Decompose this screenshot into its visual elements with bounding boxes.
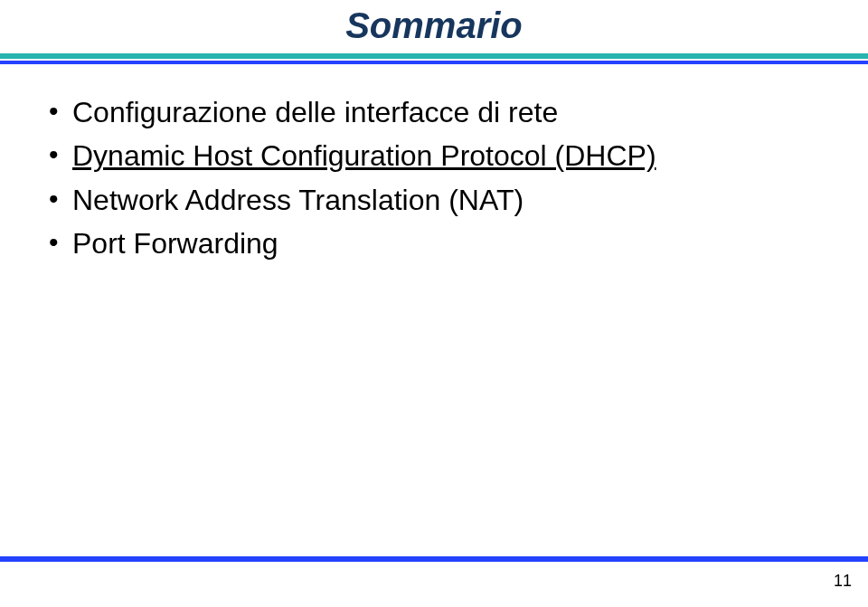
page-number: 11	[834, 572, 852, 591]
bullet-text: Configurazione delle interfacce di rete	[72, 96, 558, 128]
bullet-item: Dynamic Host Configuration Protocol (DHC…	[45, 135, 832, 176]
bullet-list: Configurazione delle interfacce di rete …	[45, 91, 832, 265]
bullet-item: Network Address Translation (NAT)	[45, 179, 832, 221]
bottom-blue-rule	[0, 556, 868, 562]
bullet-item: Configurazione delle interfacce di rete	[45, 91, 832, 133]
slide-title: Sommario	[345, 5, 523, 48]
content-area: Configurazione delle interfacce di rete …	[0, 91, 868, 265]
bullet-text: Dynamic Host Configuration Protocol (DHC…	[72, 139, 656, 172]
bullet-text: Port Forwarding	[72, 227, 278, 260]
bullet-text: Network Address Translation (NAT)	[72, 184, 524, 216]
title-wrap: Sommario	[0, 0, 868, 48]
title-underline-rule	[0, 53, 868, 59]
top-blue-rule	[0, 61, 868, 64]
bullet-item: Port Forwarding	[45, 223, 832, 264]
slide: Sommario Configurazione delle interfacce…	[0, 0, 868, 607]
